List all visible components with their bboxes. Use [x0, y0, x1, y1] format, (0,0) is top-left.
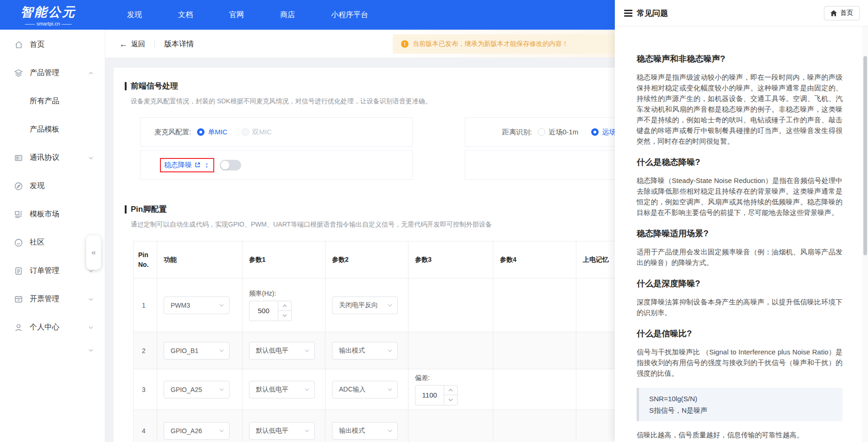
radio-near-field[interactable]: [538, 128, 545, 136]
sidebar-item-label: 产品模板: [30, 125, 59, 134]
radio-single-mic-label[interactable]: 单MIC: [208, 128, 228, 137]
sidebar-item-all-products[interactable]: 所有产品: [0, 87, 105, 115]
offset-value[interactable]: 1100: [415, 385, 444, 405]
scrollbar-track[interactable]: [862, 26, 868, 442]
param1-select-pin4[interactable]: 默认低电平: [249, 422, 315, 440]
chevron-down-icon: [88, 325, 94, 330]
sidebar-collapse-handle[interactable]: «: [86, 235, 101, 270]
version-detail-card: 前端信号处理 设备麦克风配置情况，封装的 SDK根据不同麦克风情况，对信号进行优…: [114, 68, 651, 442]
param2-select-pin1[interactable]: 关闭电平反向: [332, 297, 398, 314]
nav-item-miniprogram[interactable]: 小程序平台: [331, 10, 368, 20]
param1-select-pin3[interactable]: 默认低电平: [249, 381, 315, 398]
param2-select-pin2[interactable]: 输出模式: [332, 342, 398, 360]
mic-config-label: 麦克风配置:: [154, 128, 191, 137]
brand-logo[interactable]: 智能公元 smartpi.cn: [20, 4, 76, 26]
select-value: GPIO_A25: [171, 386, 202, 393]
back-button[interactable]: ← 返回: [119, 39, 145, 49]
select-value: 默认低电平: [256, 385, 288, 394]
chevron-down-icon: [387, 303, 393, 308]
select-value: 默认低电平: [256, 427, 288, 435]
faq-heading: 什么是信噪比?: [637, 328, 842, 339]
stepper-down-button[interactable]: [444, 395, 457, 405]
radio-dual-mic-label[interactable]: 双MIC: [252, 128, 272, 137]
radio-dual-mic[interactable]: [242, 128, 249, 136]
collapse-glyph: «: [91, 248, 96, 257]
protocol-card-icon: [14, 153, 23, 163]
sidebar-item-communication-protocol[interactable]: 通讯协议: [0, 144, 105, 172]
table-row: 2 GPIO_B1 默认低电平 输出模式: [134, 332, 645, 369]
chevron-down-icon: [387, 348, 393, 354]
stepper-up-button[interactable]: [444, 385, 457, 396]
sidebar-item-invoice-management[interactable]: 开票管理: [0, 285, 105, 313]
select-value: 输出模式: [339, 427, 365, 435]
col-header-function: 功能: [157, 241, 243, 278]
stepper-up-button[interactable]: [278, 301, 291, 311]
nav-item-official-site[interactable]: 官网: [229, 10, 244, 20]
sidebar-item-template-market[interactable]: 模板市场: [0, 200, 105, 228]
param1-select-pin2[interactable]: 默认低电平: [249, 342, 315, 360]
compass-icon: [14, 182, 23, 191]
steady-noise-colon: ：: [203, 161, 210, 170]
table-row: 3 GPIO_A25 默认低电平 ADC输入: [134, 369, 645, 410]
warning-text: 当前版本已发布，继承为新版本才能保存修改的内容！: [413, 40, 568, 48]
hamburger-menu-icon[interactable]: [624, 10, 632, 17]
sidebar-item-label: 首页: [30, 40, 45, 50]
select-value: GPIO_B1: [171, 347, 198, 354]
steady-noise-link[interactable]: 稳态降噪: [164, 161, 192, 170]
table-row: 4 GPIO_A26 默认低电平 输出模式: [134, 410, 645, 442]
offset-stepper: 1100: [415, 385, 458, 405]
function-select-pin1[interactable]: PWM3: [164, 297, 230, 314]
select-value: 默认低电平: [256, 347, 288, 355]
sidebar-item-label: 个人中心: [30, 322, 59, 332]
sidebar-item-home[interactable]: 首页: [0, 31, 105, 59]
param2-select-pin3[interactable]: ADC输入: [332, 381, 398, 398]
frequency-value[interactable]: 500: [249, 301, 278, 321]
sidebar-item-discover[interactable]: 发现: [0, 172, 105, 200]
radio-single-mic[interactable]: [197, 128, 204, 136]
steady-noise-highlight: 稳态降噪 ：: [160, 158, 214, 172]
steady-noise-toggle[interactable]: [220, 160, 241, 170]
sidebar-item-label: 社区: [30, 238, 45, 247]
brand-title: 智能公元: [20, 4, 76, 20]
function-select-pin4[interactable]: GPIO_A26: [164, 422, 230, 440]
col-header-param3: 参数3: [408, 241, 493, 278]
chevron-down-icon: [304, 348, 310, 354]
scrollbar-thumb[interactable]: [863, 56, 867, 255]
warning-icon: !: [401, 40, 408, 48]
formula-line: S指信号，N是噪声: [649, 404, 835, 416]
faq-home-button[interactable]: 首页: [824, 6, 860, 20]
sidebar-item-product-templates[interactable]: 产品模板: [0, 115, 105, 144]
nav-item-discover[interactable]: 发现: [127, 10, 142, 20]
chevron-down-icon: [88, 155, 94, 161]
radio-near-field-label[interactable]: 近场0-1m: [549, 128, 578, 137]
function-select-pin2[interactable]: GPIO_B1: [164, 342, 230, 360]
col-header-param1: 参数1: [243, 241, 326, 278]
faq-paragraph: 稳态噪声是指声级波动较小的噪声，即在一段时间内，噪声的声级保持相对稳定或变化幅度…: [637, 72, 842, 146]
page-header: ← 返回 版本详情 ! 当前版本已发布，继承为新版本才能保存修改的内容！: [105, 31, 615, 57]
faq-panel: 常见问题 首页 稳态噪声和非稳态噪声? 稳态噪声是指声级波动较小的噪声，即在一段…: [615, 0, 868, 442]
signal-section-description: 设备麦克风配置情况，封装的 SDK根据不同麦克风情况，对信号进行优化处理，让设备…: [131, 97, 432, 106]
select-value: GPIO_A26: [171, 427, 202, 435]
external-link-icon: [194, 162, 201, 168]
sidebar-item-label: 开票管理: [30, 294, 59, 304]
faq-header: 常见问题 首页: [615, 0, 868, 26]
radio-far-field-label[interactable]: 远场: [602, 128, 616, 137]
param2-select-pin4[interactable]: 输出模式: [332, 422, 398, 440]
snr-formula-block: SNR=10lg(S/N) S指信号，N是噪声: [637, 388, 842, 421]
sidebar-item-product-management[interactable]: 产品管理: [0, 59, 105, 87]
function-select-pin3[interactable]: GPIO_A25: [164, 381, 230, 398]
table-header-row: Pin No. 功能 参数1 参数2 参数3 参数4 上电记忆: [134, 241, 645, 278]
sidebar-item-personal-center[interactable]: 个人中心: [0, 313, 105, 341]
chevron-down-icon: [387, 387, 393, 392]
section-marker: [125, 205, 127, 214]
faq-heading: 稳态噪声和非稳态噪声?: [637, 53, 842, 64]
community-icon: [14, 238, 23, 247]
chevron-down-icon: [219, 387, 224, 392]
table-row: 1 PWM3 频率(Hz): 500: [134, 278, 645, 332]
nav-item-docs[interactable]: 文档: [178, 10, 193, 20]
faq-footer-note: 信噪比越高，信号质量越好，信息传输的可靠性越高。: [637, 429, 842, 440]
sidebar-item-label: 通讯协议: [30, 153, 59, 163]
nav-item-store[interactable]: 商店: [280, 10, 295, 20]
radio-far-field[interactable]: [591, 128, 599, 136]
stepper-down-button[interactable]: [278, 311, 291, 321]
